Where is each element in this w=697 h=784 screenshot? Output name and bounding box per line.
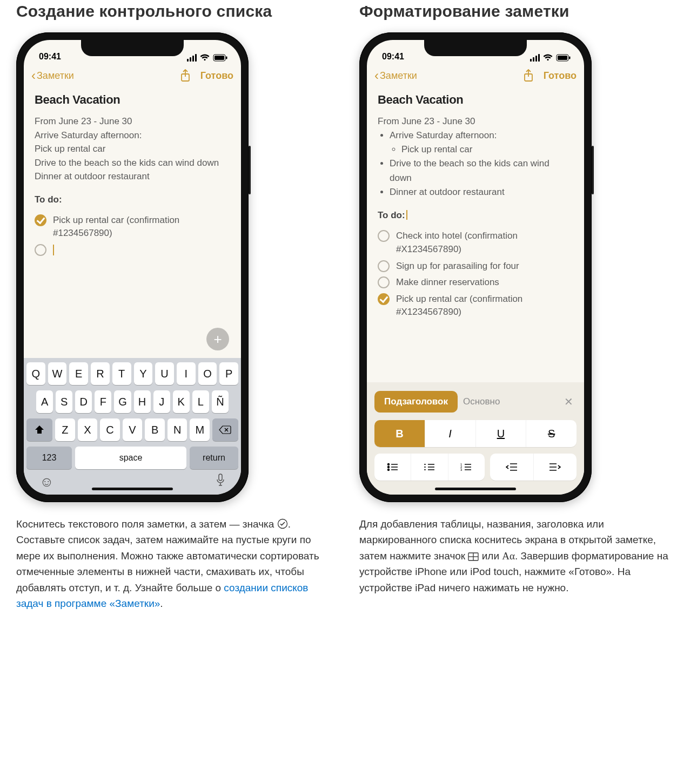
key-t[interactable]: T — [112, 362, 131, 385]
key-m[interactable]: M — [190, 418, 210, 441]
style-body-button[interactable]: Основно — [463, 396, 500, 407]
key-h[interactable]: H — [134, 390, 151, 413]
key-x[interactable]: X — [78, 418, 98, 441]
key-n[interactable]: N — [167, 418, 187, 441]
key-shift[interactable] — [26, 418, 52, 441]
key-l[interactable]: L — [192, 390, 209, 413]
wifi-icon — [543, 54, 553, 62]
add-button[interactable]: + — [206, 328, 229, 350]
status-time: 09:41 — [382, 52, 404, 62]
todo-item[interactable]: Pick up rental car (confirmation #X12345… — [378, 293, 573, 319]
key-backspace[interactable] — [212, 418, 238, 441]
keyboard: Q W E R T Y U I O P A S D — [24, 358, 241, 495]
key-a[interactable]: A — [36, 390, 53, 413]
todo-item[interactable]: Sign up for parasailing for four — [378, 260, 573, 273]
home-indicator — [435, 488, 516, 490]
emoji-icon[interactable]: ☺ — [39, 474, 54, 490]
todo-item-empty[interactable] — [35, 244, 230, 256]
key-k[interactable]: K — [173, 390, 190, 413]
close-icon[interactable]: ✕ — [561, 393, 577, 410]
nav-bar: ‹ Заметки Готово — [367, 64, 584, 87]
home-indicator — [92, 488, 173, 490]
wifi-icon — [200, 54, 210, 62]
note-body[interactable]: Beach Vacation From June 23 - June 30 Ar… — [367, 87, 584, 382]
todo-text: Sign up for parasailing for four — [396, 260, 519, 273]
share-icon[interactable] — [523, 69, 534, 82]
todo-heading: To do: — [35, 194, 62, 205]
back-button[interactable]: ‹ Заметки — [31, 69, 74, 82]
bold-button[interactable]: B — [374, 420, 425, 447]
battery-icon — [556, 54, 571, 62]
key-p[interactable]: P — [219, 362, 238, 385]
checklist-circle-icon[interactable] — [378, 276, 390, 288]
svg-rect-1 — [215, 56, 224, 60]
svg-point-10 — [387, 464, 389, 465]
todo-item[interactable]: Check into hotel (confirmation #X1234567… — [378, 229, 573, 256]
key-123[interactable]: 123 — [26, 447, 72, 469]
key-s[interactable]: S — [56, 390, 72, 413]
mic-icon[interactable] — [216, 474, 225, 490]
key-r[interactable]: R — [91, 362, 110, 385]
back-button[interactable]: ‹ Заметки — [374, 69, 417, 82]
outdent-button[interactable] — [490, 454, 533, 481]
indent-button[interactable] — [533, 454, 577, 481]
key-u[interactable]: U — [155, 362, 174, 385]
todo-item[interactable]: Pick up rental car (confirmation #123456… — [35, 214, 230, 240]
checklist-check-icon[interactable] — [378, 293, 390, 305]
notch — [81, 40, 184, 56]
note-title: Beach Vacation — [35, 93, 230, 107]
bulleted-list-button[interactable] — [374, 454, 411, 481]
key-q[interactable]: Q — [26, 362, 45, 385]
list-item: Dinner at outdoor restaurant — [390, 185, 573, 199]
note-title: Beach Vacation — [378, 93, 573, 107]
signal-icon — [187, 54, 197, 62]
right-heading: Форматирование заметки — [359, 2, 681, 21]
checklist-circle-icon[interactable] — [378, 260, 390, 272]
note-body[interactable]: Beach Vacation From June 23 - June 30 Ar… — [24, 87, 241, 358]
key-space[interactable]: space — [75, 447, 186, 469]
note-line: Pick up rental car — [35, 142, 230, 156]
key-w[interactable]: W — [48, 362, 67, 385]
key-c[interactable]: C — [100, 418, 120, 441]
underline-button[interactable]: U — [475, 420, 526, 447]
italic-button[interactable]: I — [425, 420, 475, 447]
note-line: From June 23 - June 30 — [35, 114, 230, 129]
svg-point-14 — [387, 469, 389, 471]
key-i[interactable]: I — [177, 362, 196, 385]
numbered-list-button[interactable]: 123 — [448, 454, 485, 481]
key-o[interactable]: O — [198, 362, 217, 385]
strike-button[interactable]: S — [526, 420, 577, 447]
right-caption: Для добавления таблицы, названия, заголо… — [359, 516, 681, 596]
key-j[interactable]: J — [153, 390, 170, 413]
todo-item[interactable]: Make dinner reservations — [378, 276, 573, 289]
key-v[interactable]: V — [123, 418, 143, 441]
checklist-check-icon[interactable] — [35, 214, 46, 226]
done-button[interactable]: Готово — [544, 70, 577, 82]
style-subheading-button[interactable]: Подзаголовок — [374, 391, 458, 413]
note-line: Arrive Saturday afternoon: — [35, 129, 230, 143]
key-b[interactable]: B — [145, 418, 165, 441]
svg-rect-2 — [226, 57, 227, 59]
left-caption: Коснитесь текстового поля заметки, а зат… — [16, 516, 338, 612]
key-g[interactable]: G — [114, 390, 131, 413]
key-e[interactable]: E — [69, 362, 88, 385]
battery-icon — [213, 54, 228, 62]
signal-icon — [530, 54, 540, 62]
done-button[interactable]: Готово — [200, 70, 233, 82]
aa-inline-icon: Aα — [502, 550, 515, 562]
checklist-circle-icon[interactable] — [378, 230, 390, 242]
left-heading: Создание контрольного списка — [16, 2, 338, 21]
dashed-list-button[interactable] — [411, 454, 447, 481]
key-d[interactable]: D — [75, 390, 92, 413]
checklist-circle-icon[interactable] — [35, 244, 46, 256]
phone-right: 09:41 ‹ Заметки — [359, 32, 592, 502]
nav-bar: ‹ Заметки Готово — [24, 64, 241, 87]
share-icon[interactable] — [180, 69, 191, 82]
key-return[interactable]: return — [190, 447, 238, 469]
back-label: Заметки — [380, 70, 417, 82]
key-y[interactable]: Y — [134, 362, 153, 385]
key-f[interactable]: F — [95, 390, 111, 413]
key-z[interactable]: Z — [55, 418, 75, 441]
key-enye[interactable]: Ñ — [212, 390, 229, 413]
chevron-left-icon: ‹ — [374, 69, 379, 82]
